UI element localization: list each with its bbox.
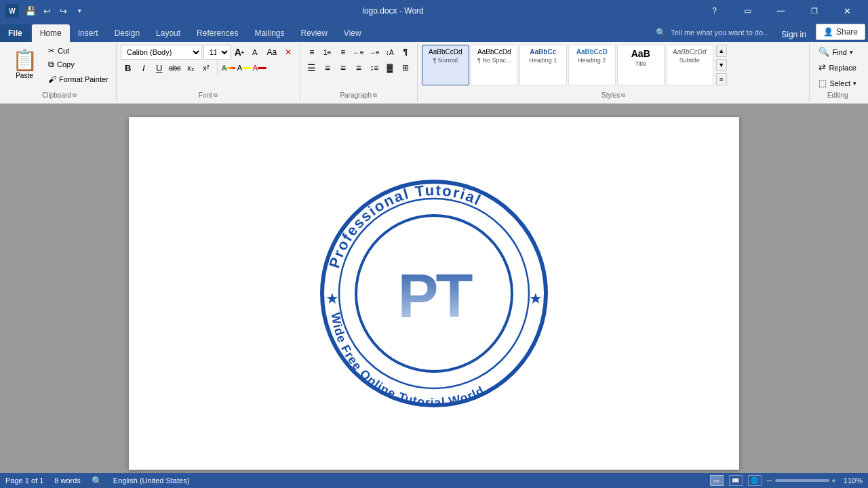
find-dropdown-icon: ▾ xyxy=(850,49,853,56)
style-subtitle[interactable]: AaBbCcDd Subtitle xyxy=(666,45,713,85)
redo-button[interactable]: ↪ xyxy=(56,3,71,18)
style-heading2[interactable]: AaBbCcD Heading 2 xyxy=(568,45,616,85)
clipboard-expand[interactable]: ⧉ xyxy=(73,92,77,99)
font-expand[interactable]: ⧉ xyxy=(214,92,218,99)
styles-expand[interactable]: ⧉ xyxy=(621,92,625,99)
sort-button[interactable]: ↕A xyxy=(382,45,397,60)
font-size-selector[interactable]: 11 xyxy=(203,45,231,60)
undo-button[interactable]: ↩ xyxy=(39,3,54,18)
copy-icon: ⧉ xyxy=(48,60,54,69)
style-normal[interactable]: AaBbCcDd ¶ Normal xyxy=(422,45,469,85)
tab-insert[interactable]: Insert xyxy=(70,24,106,42)
paragraph-label: Paragraph ⧉ xyxy=(304,90,413,100)
style-title[interactable]: AaB Title xyxy=(617,45,665,85)
zoom-slider[interactable] xyxy=(775,479,829,482)
ribbon-display-button[interactable]: ▭ xyxy=(732,3,763,18)
styles-scroll-down[interactable]: ▼ xyxy=(716,59,727,71)
zoom-level[interactable]: 110% xyxy=(839,476,863,485)
editing-group: 🔍 Find ▾ ⇄ Replace ⬚ Select ▾ Ed xyxy=(810,43,865,102)
styles-more[interactable]: ≡ xyxy=(716,73,727,85)
restore-button[interactable]: ❐ xyxy=(799,3,829,18)
format-painter-button[interactable]: 🖌 Format Painter xyxy=(45,73,112,85)
align-left-button[interactable]: ☰ xyxy=(304,60,319,75)
word-icon: W xyxy=(5,4,19,18)
find-label: Find xyxy=(832,48,846,56)
copy-button[interactable]: ⧉ Copy xyxy=(45,58,112,70)
paste-button[interactable]: 📋 Paste xyxy=(7,45,42,83)
save-button[interactable]: 💾 xyxy=(23,3,38,18)
tab-view[interactable]: View xyxy=(336,24,370,42)
quick-access-dropdown[interactable]: ▾ xyxy=(72,3,87,18)
font-shrink-button[interactable]: A- xyxy=(248,45,263,60)
show-hide-button[interactable]: ¶ xyxy=(398,45,413,60)
find-icon: 🔍 xyxy=(818,47,829,57)
ribbon-left: File Home Insert Design Layout Reference… xyxy=(0,22,868,104)
clear-formatting-button[interactable]: ✕ xyxy=(281,45,296,60)
minimize-button[interactable]: ─ xyxy=(766,3,796,18)
read-mode-button[interactable]: 📖 xyxy=(729,475,743,486)
bold-button[interactable]: B xyxy=(121,60,136,75)
decrease-indent-button[interactable]: ←≡ xyxy=(351,45,366,60)
justify-button[interactable]: ≡ xyxy=(351,60,366,75)
style-no-spacing[interactable]: AaBbCcDd ¶ No Spac... xyxy=(471,45,518,85)
select-button[interactable]: ⬚ Select ▾ xyxy=(814,76,861,90)
tab-references[interactable]: References xyxy=(189,24,246,42)
tab-file[interactable]: File xyxy=(0,24,31,42)
tab-review[interactable]: Review xyxy=(292,24,335,42)
cut-button[interactable]: ✂ Cut xyxy=(45,45,112,57)
styles-scroll-up[interactable]: ▲ xyxy=(716,45,727,57)
tab-layout[interactable]: Layout xyxy=(148,24,189,42)
font-row-1: Calibri (Body) 11 A+ A- Aa ✕ xyxy=(121,45,296,60)
font-name-selector[interactable]: Calibri (Body) xyxy=(121,45,202,60)
close-button[interactable]: ✕ xyxy=(832,3,863,18)
zoom-out-icon[interactable]: ─ xyxy=(767,476,772,485)
strikethrough-button[interactable]: abc xyxy=(167,60,182,75)
line-spacing-button[interactable]: ↕≡ xyxy=(367,60,382,75)
style-heading1[interactable]: AaBbCc Heading 1 xyxy=(519,45,567,85)
font-grow-button[interactable]: A+ xyxy=(232,45,247,60)
superscript-button[interactable]: x² xyxy=(199,60,214,75)
title-bar: W 💾 ↩ ↪ ▾ logo.docx - Word ? ▭ ─ ❐ ✕ xyxy=(0,0,868,22)
text-effects-button[interactable]: A xyxy=(221,60,236,75)
tell-me-text[interactable]: Tell me what you want to do... xyxy=(671,28,769,37)
zoom-in-icon[interactable]: + xyxy=(832,476,836,485)
status-icon: 🔍 xyxy=(92,476,102,486)
subscript-button[interactable]: x₂ xyxy=(183,60,198,75)
tell-me-icon[interactable]: 🔍 xyxy=(653,25,668,40)
align-center-button[interactable]: ≡ xyxy=(320,60,335,75)
quick-access-toolbar: 💾 ↩ ↪ ▾ xyxy=(23,3,87,18)
select-icon: ⬚ xyxy=(818,78,827,88)
svg-text:Professional Tutorial: Professional Tutorial xyxy=(326,182,484,270)
change-case-button[interactable]: Aa xyxy=(264,45,279,60)
sign-in-button[interactable]: Sign in xyxy=(774,27,813,42)
italic-button[interactable]: I xyxy=(136,60,151,75)
ribbon-tabs-area: File Home Insert Design Layout Reference… xyxy=(0,22,868,42)
font-color-button[interactable]: A xyxy=(252,60,267,75)
find-button[interactable]: 🔍 Find ▾ xyxy=(814,45,857,59)
underline-button[interactable]: U xyxy=(152,60,167,75)
borders-button[interactable]: ⊞ xyxy=(398,60,413,75)
shading-button[interactable]: ▓ xyxy=(382,60,397,75)
align-right-button[interactable]: ≡ xyxy=(336,60,351,75)
tab-mailings[interactable]: Mailings xyxy=(246,24,292,42)
tab-design[interactable]: Design xyxy=(106,24,148,42)
tab-home[interactable]: Home xyxy=(32,24,70,42)
highlight-button[interactable]: A xyxy=(237,60,252,75)
select-label: Select xyxy=(829,79,850,87)
bullets-button[interactable]: ≡ xyxy=(304,45,319,60)
increase-indent-button[interactable]: →≡ xyxy=(367,45,382,60)
style-heading1-label: Heading 1 xyxy=(529,57,557,64)
numbering-button[interactable]: 1≡ xyxy=(320,45,335,60)
share-button[interactable]: 👤 Share xyxy=(816,24,865,40)
language: English (United States) xyxy=(113,476,190,485)
print-layout-button[interactable]: ▭ xyxy=(710,475,724,486)
web-layout-button[interactable]: 🌐 xyxy=(748,475,762,486)
multilevel-button[interactable]: ≡ xyxy=(336,45,351,60)
replace-button[interactable]: ⇄ Replace xyxy=(814,60,861,75)
help-button[interactable]: ? xyxy=(699,3,730,18)
styles-gallery: AaBbCcDd ¶ Normal AaBbCcDd ¶ No Spac... … xyxy=(422,45,713,85)
title-bar-left: W 💾 ↩ ↪ ▾ xyxy=(5,3,87,18)
style-no-spacing-preview: AaBbCcDd xyxy=(477,48,511,56)
paragraph-expand[interactable]: ⧉ xyxy=(373,92,377,99)
center-text: PT xyxy=(397,262,473,330)
